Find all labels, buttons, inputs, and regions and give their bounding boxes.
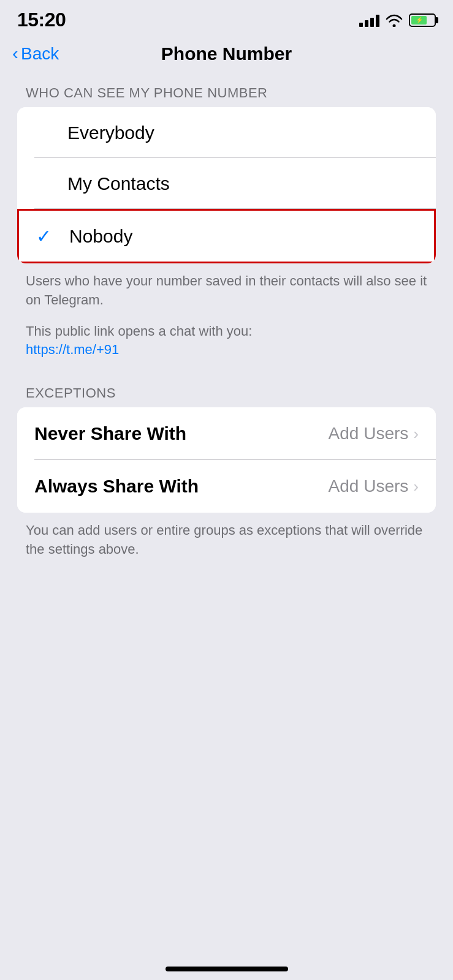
nobody-option[interactable]: ✓ Nobody: [17, 209, 436, 263]
back-button[interactable]: ‹ Back: [12, 44, 59, 64]
home-indicator: [166, 967, 288, 971]
everybody-label: Everybody: [67, 123, 154, 143]
main-content: WHO CAN SEE MY PHONE NUMBER ✓ Everybody …: [0, 74, 453, 563]
nav-bar: ‹ Back Phone Number: [0, 37, 453, 74]
back-chevron-icon: ‹: [12, 44, 18, 62]
nobody-label: Nobody: [69, 226, 132, 247]
exceptions-section: EXCEPTIONS Never Share With Add Users › …: [17, 374, 436, 563]
never-share-chevron-icon: ›: [413, 424, 419, 443]
visibility-options-card: ✓ Everybody ✓ My Contacts ✓ Nobody: [17, 107, 436, 263]
always-share-label: Always Share With: [34, 476, 199, 497]
battery-icon: ⚡: [409, 13, 436, 27]
always-share-item[interactable]: Always Share With Add Users ›: [17, 460, 436, 513]
never-share-item[interactable]: Never Share With Add Users ›: [17, 407, 436, 460]
never-share-label: Never Share With: [34, 423, 186, 444]
page-title: Phone Number: [161, 43, 292, 64]
never-share-add-label: Add Users: [329, 424, 409, 443]
my-contacts-option[interactable]: ✓ My Contacts: [17, 158, 436, 209]
exceptions-label: EXCEPTIONS: [17, 374, 436, 407]
status-time: 15:20: [17, 9, 66, 31]
never-share-action: Add Users ›: [329, 424, 419, 443]
public-link-note: This public link opens a chat with you: …: [17, 314, 436, 364]
always-share-chevron-icon: ›: [413, 477, 419, 496]
back-label: Back: [21, 44, 59, 64]
exceptions-card: Never Share With Add Users › Always Shar…: [17, 407, 436, 513]
everybody-option[interactable]: ✓ Everybody: [17, 107, 436, 158]
public-link[interactable]: https://t.me/+91: [26, 342, 119, 357]
status-bar: 15:20 ⚡: [0, 0, 453, 37]
exceptions-note: You can add users or entire groups as ex…: [17, 513, 436, 563]
signal-icon: [359, 13, 379, 27]
wifi-icon: [386, 13, 403, 27]
contacts-note: Users who have your number saved in thei…: [17, 263, 436, 314]
always-share-add-label: Add Users: [329, 477, 409, 496]
who-can-see-label: WHO CAN SEE MY PHONE NUMBER: [17, 74, 436, 107]
public-link-prefix: This public link opens a chat with you:: [26, 323, 252, 339]
my-contacts-label: My Contacts: [67, 173, 170, 194]
always-share-action: Add Users ›: [329, 477, 419, 496]
nobody-checkmark: ✓: [36, 225, 56, 247]
status-icons: ⚡: [359, 13, 436, 27]
